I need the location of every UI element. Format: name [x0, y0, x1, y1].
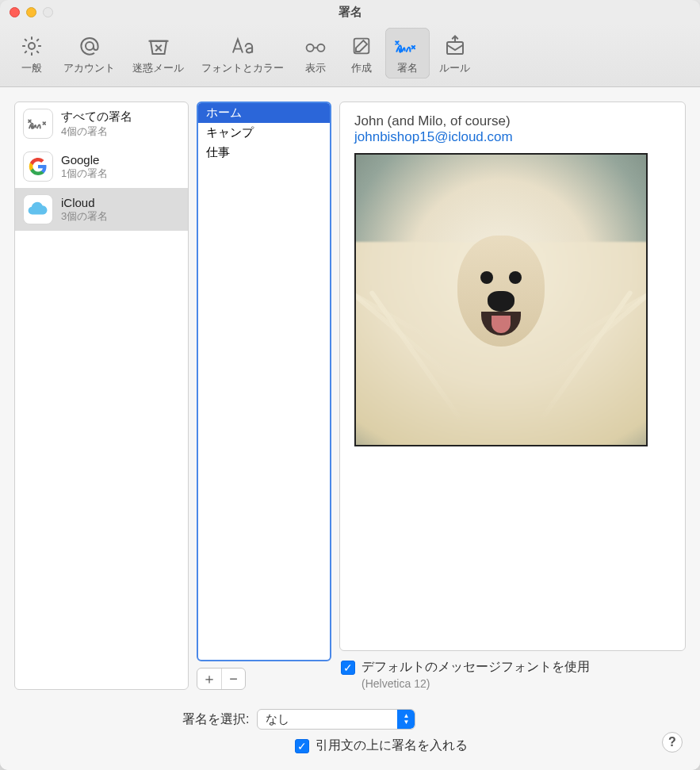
- content-area: すべての署名 4個の署名 Google 1個の署名: [0, 87, 700, 770]
- toolbar-label: アカウント: [63, 61, 115, 75]
- svg-point-3: [317, 44, 324, 51]
- gear-icon: [20, 33, 44, 59]
- signature-name-line: John (and Milo, of course): [354, 113, 671, 129]
- choose-signature-value: なし: [258, 712, 397, 727]
- svg-rect-5: [447, 42, 463, 54]
- preferences-window: 署名 一般 アカウント 迷惑メール フォントとカラー: [0, 0, 700, 770]
- account-count: 1個の署名: [61, 167, 108, 181]
- account-name: Google: [61, 153, 108, 167]
- svg-point-2: [307, 44, 314, 51]
- svg-point-0: [29, 43, 35, 49]
- account-count: 4個の署名: [61, 125, 132, 139]
- signature-email-line: johnbishop15@icloud.com: [354, 129, 671, 145]
- toolbar-label: フォントとカラー: [201, 61, 284, 75]
- toolbar-junk[interactable]: 迷惑メール: [124, 28, 192, 79]
- add-signature-button[interactable]: ＋: [197, 668, 221, 689]
- compose-icon: [350, 33, 373, 59]
- signature-item-home[interactable]: ホーム: [198, 103, 330, 123]
- toolbar-label: 署名: [397, 61, 418, 75]
- toolbar-rules[interactable]: ルール: [431, 28, 478, 79]
- account-name: iCloud: [61, 196, 108, 209]
- account-google[interactable]: Google 1個の署名: [15, 145, 188, 188]
- signature-item-work[interactable]: 仕事: [198, 143, 330, 163]
- toolbar-general[interactable]: 一般: [10, 28, 54, 79]
- signatures-column: ホーム キャンプ 仕事 ＋ −: [197, 102, 331, 690]
- remove-signature-button[interactable]: −: [221, 668, 245, 689]
- zoom-window-button[interactable]: [43, 7, 53, 17]
- use-default-font-checkbox[interactable]: ✓: [341, 661, 355, 675]
- signature-editor[interactable]: John (and Milo, of course) johnbishop15@…: [339, 102, 686, 651]
- signature-icon: [23, 109, 53, 139]
- signature-list-buttons: ＋ −: [197, 668, 246, 690]
- account-name: すべての署名: [61, 109, 132, 125]
- toolbar-viewing[interactable]: 表示: [293, 28, 338, 79]
- toolbar-composing[interactable]: 作成: [339, 28, 384, 79]
- choose-signature-select[interactable]: なし ▲▼: [257, 709, 415, 730]
- toolbar-accounts[interactable]: アカウント: [55, 28, 123, 79]
- font-icon: [229, 33, 256, 59]
- place-above-quote-checkbox[interactable]: ✓: [295, 739, 309, 753]
- place-above-quote-row: ✓ 引用文の上に署名を入れる: [295, 737, 684, 754]
- rules-icon: [443, 33, 467, 59]
- account-all-signatures[interactable]: すべての署名 4個の署名: [15, 102, 188, 145]
- use-default-font-label: デフォルトのメッセージフォントを使用: [361, 659, 590, 676]
- signature-icon: [394, 33, 421, 59]
- toolbar-label: 表示: [305, 61, 326, 75]
- choose-signature-label: 署名を選択:: [182, 711, 249, 728]
- help-button[interactable]: ?: [662, 732, 683, 753]
- svg-point-1: [86, 42, 94, 50]
- default-font-option: ✓ デフォルトのメッセージフォントを使用 (Helvetica 12): [339, 651, 686, 690]
- accounts-list[interactable]: すべての署名 4個の署名 Google 1個の署名: [14, 102, 189, 690]
- toolbar-label: 一般: [21, 61, 42, 75]
- glasses-icon: [303, 33, 328, 59]
- window-controls: [10, 7, 53, 17]
- choose-signature-row: 署名を選択: なし ▲▼: [182, 709, 684, 730]
- junk-icon: [147, 33, 170, 59]
- toolbar-fonts-colors[interactable]: フォントとカラー: [193, 28, 292, 79]
- icloud-icon: [23, 194, 53, 224]
- signature-item-camp[interactable]: キャンプ: [198, 123, 330, 143]
- footer: 署名を選択: なし ▲▼ ✓ 引用文の上に署名を入れる ?: [0, 698, 700, 770]
- toolbar-signatures[interactable]: 署名: [385, 28, 430, 79]
- account-icloud[interactable]: iCloud 3個の署名: [15, 188, 188, 231]
- preferences-toolbar: 一般 アカウント 迷惑メール フォントとカラー 表示: [0, 24, 700, 87]
- toolbar-label: 作成: [351, 61, 372, 75]
- place-above-quote-label: 引用文の上に署名を入れる: [316, 737, 468, 754]
- google-icon: [23, 151, 53, 182]
- close-window-button[interactable]: [10, 7, 20, 17]
- account-count: 3個の署名: [61, 209, 108, 224]
- signature-image: [354, 153, 648, 446]
- window-title: 署名: [10, 5, 690, 20]
- toolbar-label: 迷惑メール: [132, 61, 184, 75]
- select-arrows-icon: ▲▼: [397, 710, 415, 729]
- signatures-list[interactable]: ホーム キャンプ 仕事: [197, 102, 331, 661]
- toolbar-label: ルール: [439, 61, 470, 75]
- columns: すべての署名 4個の署名 Google 1個の署名: [0, 87, 700, 698]
- preview-column: John (and Milo, of course) johnbishop15@…: [339, 102, 686, 690]
- titlebar: 署名: [0, 0, 700, 24]
- minimize-window-button[interactable]: [26, 7, 36, 17]
- default-font-note: (Helvetica 12): [361, 677, 684, 690]
- at-icon: [78, 33, 101, 59]
